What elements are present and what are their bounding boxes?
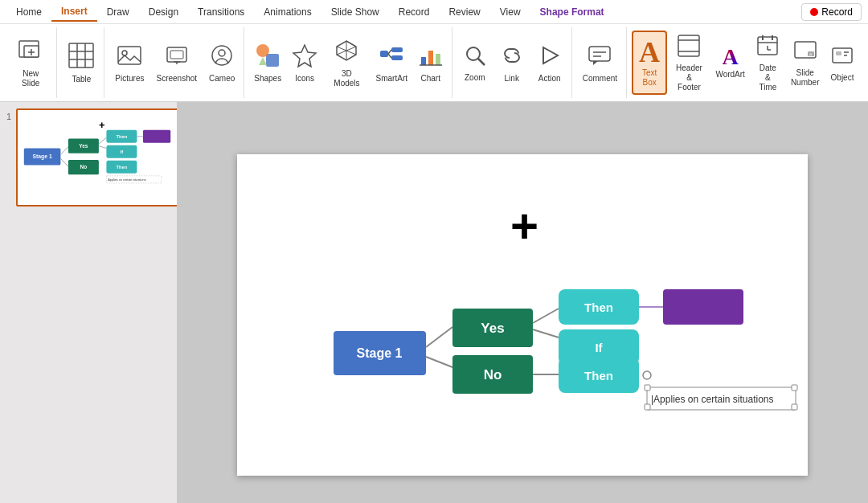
svg-line-79 [426,357,452,367]
link-label: Link [505,74,519,84]
wordart-label: WordArt [715,70,745,80]
pictures-button[interactable]: Pictures [109,31,149,95]
tab-record[interactable]: Record [389,3,440,21]
date-time-button[interactable]: Date &Time [750,31,785,95]
header-footer-icon [677,34,701,62]
svg-point-18 [256,44,269,57]
shapes-icon [255,43,280,72]
icons-icon [292,43,317,72]
tab-review[interactable]: Review [439,3,489,21]
resize-handle-br[interactable] [792,404,797,410]
shapes-label: Shapes [254,74,281,84]
smartart-button[interactable]: SmartArt [371,31,412,95]
svg-line-35 [478,59,485,65]
object-button[interactable]: Object [825,31,860,95]
comment-button[interactable]: Comment [577,31,623,95]
cameo-icon [209,43,235,72]
tab-insert[interactable]: Insert [51,2,97,22]
slide-canvas[interactable]: + Stage 1 Yes No [237,154,808,476]
record-button[interactable]: Record [801,3,862,21]
text-box-content: |Applies on certain situations [651,394,774,405]
tables-group: Table [59,27,104,98]
comment-label: Comment [583,74,617,84]
svg-rect-53 [833,48,852,63]
slide-thumbnail-1[interactable]: Stage 1 Yes No [16,108,177,207]
slide-number-button[interactable]: # SlideNumber [786,31,824,95]
text-box-button[interactable]: A TextBox [632,31,667,95]
svg-marker-20 [293,45,316,67]
no-label: No [484,367,502,382]
ribbon: Home Insert Draw Design Transitions Anim… [0,0,868,102]
tab-animations[interactable]: Animations [254,3,321,21]
svg-line-81 [533,329,559,337]
cameo-label: Cameo [209,74,235,84]
svg-rect-9 [118,47,141,64]
svg-text:Then: Then [117,165,128,170]
new-slide-button[interactable]: New Slide [8,31,53,95]
svg-line-80 [533,309,559,323]
svg-marker-38 [593,61,598,65]
yes-label: Yes [481,321,504,336]
toolbar: New Slide Table Pictures [0,24,868,101]
shapes-button[interactable]: Shapes [249,31,286,95]
table-label: Table [72,75,91,84]
action-icon [537,43,563,72]
stage1-label: Stage 1 [357,346,403,360]
resize-handle-circle[interactable] [643,371,651,379]
cameo-button[interactable]: Cameo [203,31,240,95]
svg-rect-37 [589,47,610,61]
svg-line-59 [61,147,69,155]
svg-line-28 [388,50,391,54]
resize-handle-bl[interactable] [645,404,650,410]
tab-view[interactable]: View [490,3,530,21]
svg-line-65 [99,137,106,144]
svg-rect-41 [678,35,699,56]
slide-panel: 1 Stage 1 Yes [0,102,177,503]
images-group: Pictures Screenshot Cameo [106,27,244,98]
purple-box[interactable] [663,289,743,325]
tab-slideshow[interactable]: Slide Show [321,3,389,21]
tab-design[interactable]: Design [139,3,188,21]
tab-shape-format[interactable]: Shape Format [530,3,614,21]
chart-button[interactable]: Chart [413,31,448,95]
3d-models-button[interactable]: 3D Models [323,31,371,95]
action-button[interactable]: Action [531,31,568,95]
screenshot-button[interactable]: Screenshot [150,31,203,95]
svg-marker-19 [259,57,267,65]
then1-label: Then [584,301,613,314]
wordart-button[interactable]: A WordArt [711,31,749,95]
main-area: 1 Stage 1 Yes [0,102,868,503]
svg-line-29 [388,54,391,58]
svg-rect-4 [69,43,93,67]
svg-point-34 [467,47,480,60]
zoom-label: Zoom [465,73,485,83]
slide-number-icon: # [793,39,817,67]
object-icon [830,43,854,72]
thumbnail-diagram-svg: Stage 1 Yes No [21,113,174,202]
tab-draw[interactable]: Draw [97,3,139,21]
link-button[interactable]: Link [493,31,530,95]
zoom-button[interactable]: Zoom [457,31,493,95]
comments-group: Comment [574,27,627,98]
svg-text:Then: Then [117,134,128,139]
resize-handle-tl[interactable] [645,385,650,391]
svg-rect-31 [428,51,433,65]
table-icon [68,42,95,73]
header-footer-button[interactable]: Header &Footer [668,31,710,95]
icons-button[interactable]: Icons [287,31,322,95]
tab-transitions[interactable]: Transitions [188,3,254,21]
tab-home[interactable]: Home [6,3,51,21]
svg-rect-17 [266,54,279,67]
svg-point-16 [219,50,225,56]
svg-text:+: + [99,119,105,131]
then2-label: Then [584,369,613,382]
resize-handle-tr[interactable] [792,385,797,391]
svg-rect-12 [170,51,183,59]
slides-group: New Slide [5,27,57,98]
svg-rect-30 [421,57,426,65]
smartart-label: SmartArt [376,74,407,84]
screenshot-icon [164,43,190,72]
svg-text:No: No [80,164,88,170]
table-button[interactable]: Table [62,31,100,95]
svg-rect-54 [836,51,841,55]
